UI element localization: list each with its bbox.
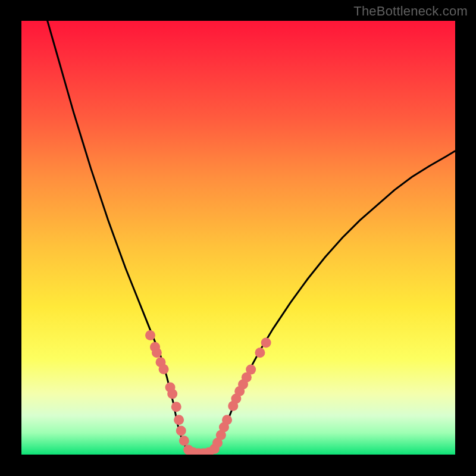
chart-frame: TheBottleneck.com (0, 0, 476, 476)
data-point (174, 415, 184, 425)
data-point (176, 425, 186, 436)
data-point (179, 436, 189, 446)
curve-group (48, 21, 455, 454)
data-point (152, 347, 162, 358)
bottleneck-curve (48, 21, 455, 454)
data-point (167, 389, 177, 399)
plot-area (21, 21, 455, 455)
chart-svg (21, 21, 455, 455)
data-point (222, 415, 232, 425)
points-group (145, 330, 271, 455)
data-point (246, 365, 256, 375)
data-point (145, 330, 155, 340)
data-point (171, 402, 181, 412)
data-point (159, 364, 169, 374)
data-point (255, 347, 265, 358)
data-point (261, 337, 271, 347)
watermark-text: TheBottleneck.com (353, 4, 468, 19)
